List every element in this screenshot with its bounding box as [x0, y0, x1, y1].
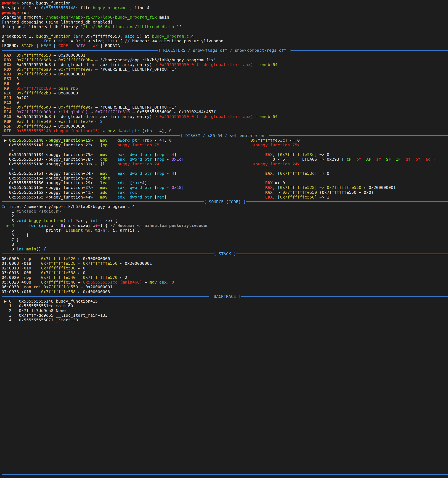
- text-segment: 0: [61, 223, 63, 228]
- separator-line: [291, 50, 448, 51]
- separator-line: [225, 474, 448, 475]
- text-segment: |: [68, 43, 76, 48]
- text-segment: -008: [21, 270, 41, 275]
- text-segment: │: [19, 266, 21, 270]
- text-segment: RAX: [265, 190, 273, 195]
- text-segment: 5: [12, 76, 19, 81]
- text-segment: (: [63, 218, 66, 223]
- text-segment: 0: [76, 38, 78, 43]
- text-segment: SF: [386, 157, 391, 162]
- stack-row: 07:0038│+018 0x7fffffffe558 ← 0x40000000…: [2, 289, 448, 294]
- text-segment: 1: [2, 209, 16, 214]
- text-segment: RDI: [2, 72, 12, 76]
- source-line-current: ▶ 4 for (int i = 0; i < size; i++) { // …: [2, 223, 448, 228]
- text-segment: ; i: [63, 223, 73, 228]
- text-segment: →: [76, 261, 83, 266]
- separator-line: [269, 135, 448, 136]
- register-row: R10 0x7fffffffe2b0 ← 0x800000: [2, 91, 448, 95]
- text-segment: 3: [2, 218, 16, 223]
- backtrace-frame: ▶ 0 0x555555555148 buggy_function+15: [2, 299, 448, 304]
- text-segment: ]: [236, 294, 241, 299]
- text-segment: rbp: [157, 185, 164, 190]
- text-segment: [184, 157, 273, 162]
- source-line: 2: [2, 214, 448, 218]
- text-segment: [352, 157, 356, 162]
- text-segment: [177, 171, 265, 176]
- text-segment: R15: [2, 114, 12, 119]
- text-segment: /lib/x86_64-linux-gnu/libthread_db.so.1: [83, 24, 179, 29]
- text-segment: 0x7fffffffe550: [280, 195, 315, 200]
- text-segment: /home/henry/app-rik/h5/lab0/buggy_progra…: [46, 15, 157, 20]
- text-segment: 5: [2, 228, 46, 233]
- disasm-row: 0x55555555515e <buggy_function+37> mov r…: [2, 185, 448, 190]
- text-segment: ]: [241, 199, 246, 204]
- text-segment: ] =>: [314, 185, 327, 190]
- text-segment: RAX: [2, 53, 12, 58]
- text-segment: add: [100, 190, 108, 195]
- text-segment: Breakpoint 1 at: [2, 5, 41, 10]
- text-segment: ": [105, 228, 108, 233]
- text-segment: , [: [273, 185, 280, 190]
- text-segment: 4: [159, 138, 162, 143]
- text-segment: 02:0010: [2, 266, 19, 270]
- terminal[interactable]: pwndbg> break buggy_functionBreakpoint 1…: [0, 0, 448, 478]
- text-segment: ▶ 4: [2, 223, 14, 228]
- register-row: R14 0x7ffff7ffd000 (_rtld_global) → 0x7f…: [2, 110, 448, 114]
- text-segment: R14: [2, 109, 12, 114]
- backtrace-frame: 4 0x555555555071 _start+33: [2, 318, 448, 322]
- text-segment: [108, 152, 117, 157]
- text-segment: Breakpoint 1,: [2, 34, 36, 39]
- text-segment: 0x5555555550f0 (__do_global_dtors_aux): [159, 114, 253, 119]
- text-segment: 0x555555555148: [41, 5, 76, 10]
- text-segment: ],: [162, 138, 169, 143]
- text-segment: [: [214, 251, 219, 256]
- text-segment: ← 0x800000: [51, 91, 78, 95]
- text-segment: 0: [169, 128, 172, 133]
- text-segment: <: [73, 223, 76, 228]
- text-segment: ]: [181, 185, 184, 190]
- text-segment: mov: [108, 128, 115, 133]
- text-segment: size: [125, 34, 134, 39]
- text-segment: 0x555555557dd8 (__do_global_dtors_aux_fi…: [12, 62, 159, 67]
- separator-line: [2, 296, 209, 297]
- text-segment: zf: [376, 157, 381, 162]
- text-segment: rbp: [144, 138, 152, 143]
- text-segment: ]: [430, 157, 435, 162]
- text-segment: [58, 223, 61, 228]
- disasm-row: ▶ 0x555555555148 <buggy_function+15> mov…: [2, 138, 448, 143]
- text-segment: [: [180, 133, 185, 138]
- text-segment: ← 'POWERSHELL_TELEMETRY_OPTOUT=1': [93, 67, 177, 72]
- text-segment: [371, 157, 376, 162]
- text-segment: - 4],: [152, 128, 169, 133]
- text-segment: /: [185, 48, 193, 53]
- source-echo-line: 4 for (int i = 0; i < size; i++) { // Hu…: [2, 39, 448, 43]
- text-segment: 0x18: [172, 185, 181, 190]
- text-segment: [31, 275, 41, 280]
- text-segment: dword ptr: [130, 171, 152, 176]
- text-segment: [: [204, 199, 209, 204]
- separator-line: [2, 253, 214, 254]
- text-segment: ← 0x200000001: [78, 284, 113, 289]
- text-segment: → 0x555555554000 ← 0x10102464c457f: [130, 109, 216, 114]
- text-segment: , [: [273, 171, 280, 176]
- text-segment: 04:0020: [2, 275, 19, 280]
- stack-row: 04:0020│ rbp 0x7fffffffe540 → 0x7fffffff…: [2, 275, 448, 280]
- stack-row: 00:0000│ rsp 0x7fffffffe520 ← 0x50000000…: [2, 256, 448, 261]
- text-segment: 0x7fffffffe570: [58, 119, 93, 124]
- text-segment: 8: [2, 242, 14, 247]
- text-segment: 0x7fffffffe540: [41, 275, 76, 280]
- source-line: 6 }: [2, 233, 448, 237]
- text-segment: [12, 105, 16, 110]
- text-segment: [108, 195, 117, 200]
- text-segment: 06:0030: [2, 284, 19, 289]
- text-segment: 0x7fffffffe550: [44, 284, 78, 289]
- text-segment: : file: [76, 5, 93, 10]
- text-segment: [12, 124, 16, 129]
- section-title: [ BACKTRACE ]: [209, 294, 241, 299]
- text-segment: mov: [100, 138, 108, 143]
- text-segment: push: [58, 86, 68, 91]
- text-segment: [12, 91, 16, 95]
- legend-line: LEGEND: STACK | HEAP | CODE | DATA | WX …: [2, 43, 448, 48]
- text-segment: ,: [167, 280, 172, 285]
- text-segment: [167, 195, 265, 200]
